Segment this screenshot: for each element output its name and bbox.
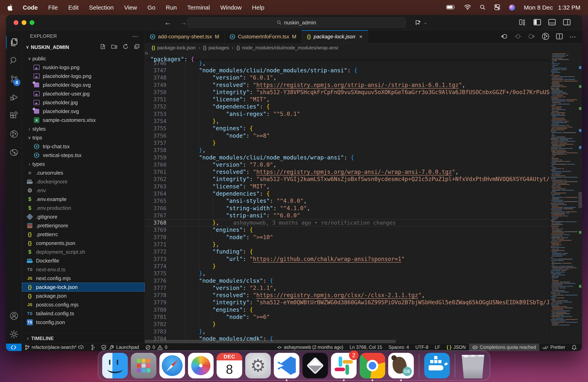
code-line[interactable]: 3772"funding": {: [145, 248, 549, 255]
menu-code[interactable]: Code: [23, 4, 38, 11]
control-center-icon[interactable]: [494, 4, 500, 11]
activity-git-graph[interactable]: [6, 143, 22, 162]
problems-item[interactable]: 0 0: [142, 344, 171, 351]
tree-file-.env.production[interactable]: $.env.production: [22, 204, 145, 212]
tree-file-.prettierignore[interactable]: .prettierignore: [22, 221, 145, 230]
copilot-quota-item[interactable]: Completions quota reached: [469, 344, 539, 351]
menu-selection[interactable]: Selection: [89, 4, 114, 11]
language-mode-item[interactable]: { } JSON: [443, 344, 469, 351]
tree-folder-styles[interactable]: ›styles: [22, 124, 145, 133]
window-title-bar[interactable]: ← → nuskin_admin ⌄: [6, 15, 582, 30]
tree-file-placeholder-logo.png[interactable]: placeholder-logo.png: [22, 72, 145, 80]
tree-file-next.config.mjs[interactable]: JSnext.config.mjs: [22, 274, 145, 283]
tree-file-.dockerignore[interactable]: .dockerignore: [22, 177, 145, 186]
tree-file-components.json[interactable]: {}components.json: [22, 239, 145, 248]
dock-app-trash[interactable]: [460, 353, 486, 378]
customize-layout-button[interactable]: [519, 18, 526, 27]
tree-folder-trips[interactable]: ∨trips: [22, 133, 145, 142]
code-line[interactable]: 3776"node_modules/clsx": {: [145, 277, 549, 284]
code-line[interactable]: 3777"version": "2.1.1",: [145, 284, 549, 291]
menu-edit[interactable]: Edit: [68, 4, 79, 11]
horizontal-scrollbar[interactable]: [145, 340, 396, 343]
overview-ruler[interactable]: [578, 52, 582, 344]
dock-app-safari[interactable]: [159, 353, 185, 378]
tree-file-placeholder-user.jpg[interactable]: placeholder-user.jpg: [22, 89, 145, 98]
code-line[interactable]: 3746},: [145, 59, 549, 67]
tree-file-placeholder-logo.svg[interactable]: placeholder-logo.svg: [22, 80, 145, 89]
git-graph-status-button[interactable]: [87, 344, 98, 351]
code-line[interactable]: 3747"node_modules/cliui/node_modules/str…: [145, 67, 549, 74]
explorer-more-actions-button[interactable]: ⋯: [132, 33, 139, 40]
code-line[interactable]: 3755"engines": {: [145, 125, 549, 132]
tree-file-.env[interactable]: ⚙.env: [22, 186, 145, 195]
nav-back-button[interactable]: ←: [164, 18, 172, 27]
code-line[interactable]: 3762"integrity": "sha512-YVGIj2kamLSTxw6…: [145, 176, 549, 183]
activity-explorer[interactable]: [6, 33, 22, 51]
breadcrumb-item[interactable]: package-lock.json: [157, 45, 196, 51]
cursor-position-item[interactable]: Ln 3768, Col 15: [346, 344, 385, 351]
apple-logo-icon[interactable]: [8, 4, 14, 11]
commit-blame-item[interactable]: ashaymoweb (2 months ago): [273, 344, 347, 351]
battery-icon[interactable]: [446, 5, 455, 10]
tree-file-.env.example[interactable]: $.env.example: [22, 195, 145, 204]
code-line[interactable]: 3751"license": "MIT",: [145, 96, 549, 103]
dock-app-calendar[interactable]: DEC8: [217, 353, 242, 378]
copilot-menu-button[interactable]: ⌄: [414, 19, 427, 27]
tree-file-trip-chat.tsx[interactable]: trip-chat.tsx: [22, 142, 145, 151]
close-window-button[interactable]: [14, 20, 18, 25]
indentation-item[interactable]: Spaces: 4: [385, 344, 412, 351]
tree-file-deployment_script.sh[interactable]: $deployment_script.sh: [22, 248, 145, 256]
tree-file-.cursorrules[interactable]: ≡.cursorrules: [22, 169, 145, 177]
tree-folder-types[interactable]: ›types: [22, 160, 145, 169]
editor-more-actions-button[interactable]: ⋯: [569, 33, 576, 41]
activity-extensions[interactable]: [6, 107, 22, 125]
tab-CustomerInfoForm.tsx[interactable]: CustomerInfoForm.tsxM: [225, 30, 302, 43]
tree-file-placeholder.svg[interactable]: placeholder.svg: [22, 107, 145, 116]
code-line[interactable]: 3750"integrity": "sha512-Y38VPSHcqkFrCpF…: [145, 89, 549, 96]
gitlens-changes-button[interactable]: [514, 33, 522, 41]
code-line[interactable]: 3756"node": ">=8": [145, 132, 549, 139]
tree-file-postcss.config.mjs[interactable]: JSpostcss.config.mjs: [22, 300, 145, 309]
dock-app-docker[interactable]: [424, 353, 450, 378]
tree-file-.prettierrc[interactable]: {}.prettierrc: [22, 230, 145, 239]
dock-app-launchpad[interactable]: [131, 353, 156, 378]
remote-indicator[interactable]: [6, 344, 21, 351]
code-line[interactable]: 3754},: [145, 117, 549, 125]
code-line[interactable]: 3752"dependencies": {: [145, 103, 549, 110]
tree-file-sample-customers.xlsx[interactable]: xsample-customers.xlsx: [22, 116, 145, 124]
code-line[interactable]: 3768},ashaymoweb, 3 months ago • re/noti…: [145, 219, 549, 226]
breadcrumb-item[interactable]: node_modules/cliui/node_modules/wrap-ans…: [242, 45, 338, 51]
notifications-bell[interactable]: [568, 344, 582, 351]
dock-app-finder[interactable]: [102, 353, 128, 378]
git-graph-view-button[interactable]: [542, 32, 550, 41]
code-line[interactable]: 3753"ansi-regex": "^5.0.1": [145, 110, 549, 117]
activity-source-control[interactable]: 4: [6, 70, 22, 88]
menu-terminal[interactable]: Terminal: [187, 4, 210, 11]
zoom-window-button[interactable]: [30, 20, 34, 25]
split-editor-button[interactable]: [556, 33, 563, 41]
code-line[interactable]: 3771},: [145, 241, 549, 248]
toggle-panel-button[interactable]: [548, 18, 556, 27]
dock-app-photos[interactable]: [188, 353, 214, 378]
tree-file-vertical-steps.tsx[interactable]: vertical-steps.tsx: [22, 151, 145, 160]
command-center-search[interactable]: nuskin_admin: [187, 17, 406, 28]
toggle-secondary-sidebar-button[interactable]: [563, 18, 571, 27]
code-editor[interactable]: 6"packages": { 3746},3747"node_modules/c…: [145, 52, 549, 344]
tab-package-lock.json[interactable]: {}package-lock.json×: [302, 30, 368, 43]
dock-app-chrome[interactable]: [360, 353, 385, 378]
code-line[interactable]: 3783},: [145, 328, 549, 335]
git-branch-item[interactable]: refactor/place-search*: [21, 344, 87, 351]
menu-view[interactable]: View: [124, 4, 137, 11]
minimize-window-button[interactable]: [21, 20, 26, 25]
spotlight-icon[interactable]: [480, 4, 485, 11]
tree-file-nuskin-logo.png[interactable]: nuskin-logo.png: [22, 63, 145, 72]
formatter-item[interactable]: Prettier: [539, 344, 568, 351]
dock-app-dbeaver[interactable]: CE: [388, 353, 414, 378]
code-line[interactable]: 3759"node_modules/cliui/node_modules/wra…: [145, 154, 549, 161]
breadcrumb-item[interactable]: packages: [209, 45, 229, 51]
code-line[interactable]: 3764"dependencies": {: [145, 190, 549, 197]
nav-forward-button[interactable]: →: [180, 18, 187, 27]
tree-file-placeholder.jpg[interactable]: placeholder.jpg: [22, 98, 145, 107]
new-folder-button[interactable]: [111, 43, 117, 51]
tree-file-tsconfig.json[interactable]: TStsconfig.json: [22, 318, 145, 327]
